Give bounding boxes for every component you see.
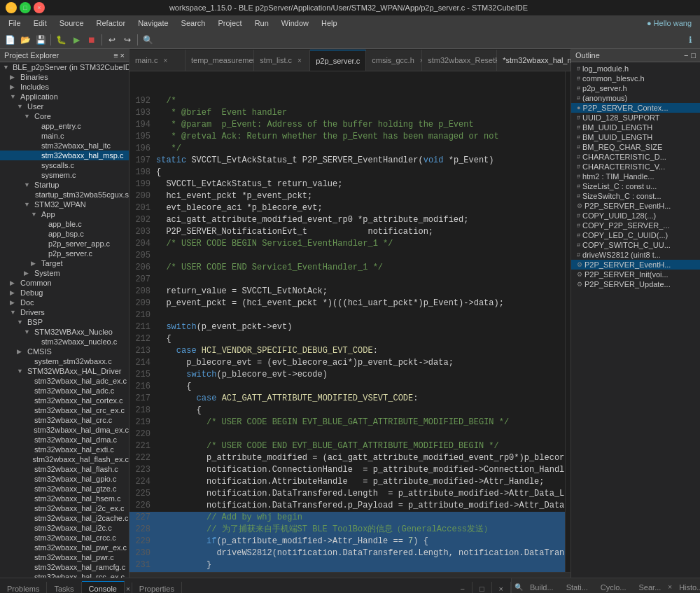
sidebar-item[interactable]: ▼App: [0, 209, 129, 219]
close-button[interactable]: ×: [34, 2, 45, 13]
sidebar-item[interactable]: ▼STM32_WPAN: [0, 200, 129, 209]
sidebar-item[interactable]: sysmem.c: [0, 170, 129, 180]
menu-search[interactable]: Search: [176, 18, 211, 29]
sidebar-item[interactable]: ▼User: [0, 102, 129, 111]
window-controls[interactable]: − □ ×: [6, 2, 45, 13]
outline-item[interactable]: #htm2 : TIM_Handle...: [571, 172, 700, 181]
menu-window[interactable]: Window: [276, 18, 314, 29]
menu-edit[interactable]: Edit: [28, 18, 52, 29]
menu-source[interactable]: Source: [54, 18, 90, 29]
menu-file[interactable]: File: [3, 18, 27, 29]
sidebar-item[interactable]: ▶Common: [0, 278, 129, 288]
tab-stm-list[interactable]: stm_list.c ×: [254, 50, 310, 71]
sidebar-item[interactable]: app_ble.c: [0, 219, 129, 229]
bottom-minimize[interactable]: −: [453, 582, 472, 593]
sidebar-item[interactable]: stm32wbaxx_hal_flash.c: [0, 464, 129, 474]
sidebar-item[interactable]: ▶Includes: [0, 82, 129, 92]
sidebar-item[interactable]: stm32wbaxx_hal_i2cache.c: [0, 513, 129, 523]
tab-properties[interactable]: Properties: [132, 582, 182, 593]
sidebar-item[interactable]: stm32wbaxx_hal_adc_ex.c: [0, 376, 129, 386]
sidebar-item[interactable]: app_bsp.c: [0, 229, 129, 239]
maximize-button[interactable]: □: [20, 2, 31, 13]
sidebar-item[interactable]: stm32wbaxx_hal_i2c.c: [0, 523, 129, 533]
sidebar-item[interactable]: stm32wbaxx_hal_dma.c: [0, 435, 129, 445]
sidebar-item[interactable]: stm32wbaxx_hal_flash_ex.c: [0, 454, 129, 464]
sidebar-item[interactable]: ▼BSP: [0, 317, 129, 327]
sidebar-item[interactable]: stm32wbaxx_hal_msp.c: [0, 151, 129, 160]
sidebar-item[interactable]: ▶Debug: [0, 288, 129, 298]
sidebar-item[interactable]: ▶System: [0, 268, 129, 278]
tab-problems[interactable]: Problems: [0, 582, 47, 593]
sidebar-item[interactable]: p2p_server_app.c: [0, 239, 129, 249]
sidebar-item[interactable]: stm32wbaxx_hal_dma_ex.c: [0, 425, 129, 435]
menu-run[interactable]: Run: [249, 18, 274, 29]
sidebar-item[interactable]: ▼Startup: [0, 180, 129, 190]
sidebar-item[interactable]: stm32wbaxx_hal_adc.c: [0, 386, 129, 396]
sidebar-item[interactable]: stm32wbaxx_hal_pwr_ex.c: [0, 543, 129, 552]
toolbar-search[interactable]: 🔍: [141, 33, 155, 47]
sidebar-item[interactable]: stm32wbaxx_nucleo.c: [0, 337, 129, 347]
toolbar-undo[interactable]: ↩: [105, 33, 119, 47]
sidebar-item[interactable]: stm32wbaxx_hal_cortex.c: [0, 396, 129, 405]
sidebar-item[interactable]: stm32wbaxx_hal_pwr.c: [0, 552, 129, 562]
outline-item[interactable]: #SizeSwitch_C : const...: [571, 191, 700, 201]
sidebar-item[interactable]: ▼STM32WBAxx_Nucleo: [0, 327, 129, 337]
tab-main-c[interactable]: main.c ×: [130, 50, 186, 71]
outline-item[interactable]: ⚙P2P_SERVER_Update...: [571, 279, 700, 289]
outline-item[interactable]: #BM_UUID_LENGTH: [571, 132, 700, 142]
sidebar-item[interactable]: ▶Binaries: [0, 72, 129, 82]
outline-item[interactable]: #COPY_SWITCH_C_UU...: [571, 240, 700, 250]
outline-item[interactable]: #p2p_server.h: [571, 83, 700, 93]
outline-item[interactable]: #COPY_P2P_SERVER_...: [571, 221, 700, 230]
menu-navigate[interactable]: Navigate: [132, 18, 174, 29]
toolbar-redo[interactable]: ↪: [120, 33, 134, 47]
sidebar-item[interactable]: stm32wbaxx_hal_itc: [0, 141, 129, 151]
tab-reset[interactable]: stm32wbaxx_ResetHa... ×: [422, 50, 497, 71]
outline-item[interactable]: #BM_REQ_CHAR_SIZE: [571, 142, 700, 152]
sidebar-item[interactable]: stm32wbaxx_hal_ramcfg.c: [0, 562, 129, 572]
sidebar-item[interactable]: ▶Target: [0, 258, 129, 268]
sidebar-item[interactable]: system_stm32wbaxx.c: [0, 356, 129, 366]
sidebar-item[interactable]: ▶Doc: [0, 298, 129, 307]
outline-item[interactable]: ●P2P_SERVER_Contex...: [571, 103, 700, 113]
sidebar-item[interactable]: stm32wbaxx_hal_crc.c: [0, 415, 129, 425]
sidebar-item[interactable]: app_entry.c: [0, 121, 129, 131]
outline-item[interactable]: #COPY_UUID_128(...): [571, 211, 700, 221]
outline-minimize[interactable]: −: [684, 51, 688, 60]
outline-item[interactable]: #driveWS2812 (uint8 t...: [571, 250, 700, 260]
toolbar-open[interactable]: 📂: [18, 33, 32, 47]
outline-item[interactable]: #COPY_LED_C_UUID(...): [571, 230, 700, 240]
outline-item[interactable]: ⚙P2P_SERVER_Init(voi...: [571, 270, 700, 279]
outline-item[interactable]: #log_module.h: [571, 64, 700, 74]
menu-project[interactable]: Project: [212, 18, 247, 29]
outline-item[interactable]: ⚙P2P_SERVER_EventH...: [571, 260, 700, 270]
toolbar-debug[interactable]: 🐛: [54, 33, 68, 47]
sidebar-item[interactable]: ▼Application: [0, 92, 129, 102]
sidebar-item[interactable]: stm32wbaxx_hal_hsem.c: [0, 494, 129, 503]
outline-item[interactable]: #BM_UUID_LENGTH: [571, 123, 700, 132]
outline-item[interactable]: #UUID_128_SUPPORT: [571, 113, 700, 123]
toolbar-save[interactable]: 💾: [34, 33, 48, 47]
sidebar-item[interactable]: main.c: [0, 131, 129, 141]
sidebar-item[interactable]: stm32wbaxx_hal_crc_ex.c: [0, 405, 129, 415]
horizontal-scrollbar[interactable]: [130, 572, 570, 578]
sidebar-item[interactable]: ▶CMSIS: [0, 347, 129, 356]
bottom-maximize[interactable]: □: [472, 582, 492, 593]
tab-hal-msp[interactable]: *stm32wbaxx_hal_ms... ×: [497, 50, 570, 71]
sidebar-item[interactable]: ▼BLE_p2pServer (in STM32CubeIDE): [0, 62, 129, 72]
sidebar-item[interactable]: p2p_server.c: [0, 249, 129, 258]
sidebar-item[interactable]: syscalls.c: [0, 160, 129, 170]
sidebar-item[interactable]: stm32wbaxx_hal_gpio.c: [0, 474, 129, 484]
search-tab-histo[interactable]: Histo...: [673, 582, 700, 593]
search-tab-close[interactable]: ×: [668, 583, 672, 591]
tab-temp[interactable]: temp_measurement.c ×: [186, 50, 254, 71]
outline-item[interactable]: #SizeList_C : const u...: [571, 181, 700, 191]
outline-item[interactable]: #common_blesvc.h: [571, 74, 700, 83]
tab-p2p-server[interactable]: p2p_server.c ×: [310, 50, 366, 71]
sidebar-item[interactable]: stm32wbaxx_hal_rcc_ex.c: [0, 572, 129, 578]
menu-help[interactable]: Help: [316, 18, 343, 29]
outline-item[interactable]: #CHARACTERISTIC_V...: [571, 162, 700, 172]
outline-item[interactable]: #(anonymous): [571, 93, 700, 103]
search-tab-stati[interactable]: Stati...: [561, 582, 594, 593]
toolbar-help[interactable]: ℹ: [683, 33, 697, 47]
